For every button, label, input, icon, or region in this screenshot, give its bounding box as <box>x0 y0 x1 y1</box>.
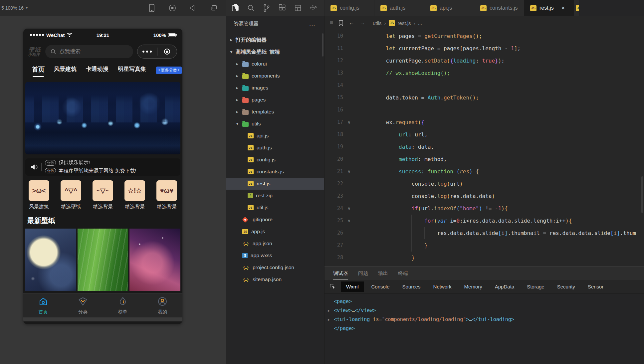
editor-tab-rest.js[interactable]: JSrest.js× <box>524 0 574 16</box>
more-menu-button[interactable] <box>137 51 157 53</box>
close-miniprogram-button[interactable] <box>157 49 177 55</box>
tree-item-config.js[interactable]: JSconfig.js <box>226 154 324 166</box>
tree-item-utils[interactable]: ▾utils <box>226 118 324 130</box>
close-tab-icon[interactable]: × <box>561 5 565 12</box>
wxml-node[interactable]: </page> <box>326 324 643 333</box>
editor-tab-partial[interactable]: JS <box>574 0 579 16</box>
nav-tab-卡通动漫[interactable]: 卡通动漫 <box>86 65 108 76</box>
banner-carousel-image[interactable] <box>25 82 180 154</box>
breadcrumb-more[interactable]: ... <box>418 20 422 26</box>
tree-item-app.wxss[interactable]: Ǝapp.wxss <box>226 250 324 262</box>
wallpaper-thumbnail-moon[interactable] <box>25 229 76 291</box>
breadcrumb-folder[interactable]: utils <box>373 20 382 26</box>
phone-tab-榜单[interactable]: 榜单 <box>117 296 128 315</box>
tree-item-pages[interactable]: ▸pages <box>226 94 324 106</box>
tree-item-auth.js[interactable]: JSauth.js <box>226 142 324 154</box>
wxml-node[interactable]: ▶<view>…</view> <box>326 306 643 315</box>
tree-item-images[interactable]: ▸images <box>226 82 324 94</box>
devtools-tab-console[interactable]: Console <box>366 281 395 292</box>
expand-arrow-icon[interactable]: ▶ <box>328 315 330 324</box>
layout-icon[interactable] <box>294 4 302 12</box>
debugger-tab-终端[interactable]: 终端 <box>398 267 408 279</box>
tree-item-templates[interactable]: ▸templates <box>226 106 324 118</box>
search-input[interactable]: 点我搜索 <box>45 45 133 58</box>
wallpaper-thumbnail-aurora[interactable] <box>129 229 180 291</box>
wxml-node[interactable]: <page> <box>326 297 643 306</box>
line-number: 20 <box>324 153 343 165</box>
tree-item-components[interactable]: ▸components <box>226 70 324 82</box>
fold-chevron-icon[interactable]: ∨ <box>343 202 355 215</box>
debugger-tab-输出[interactable]: 输出 <box>378 267 388 279</box>
expand-arrow-icon[interactable]: ▶ <box>328 306 330 315</box>
devtools-tab-appdata[interactable]: AppData <box>490 281 519 292</box>
debugger-tab-问题[interactable]: 问题 <box>358 267 368 279</box>
phone-tab-分类[interactable]: 分类 <box>78 296 88 315</box>
tree-item-colorui[interactable]: ▸colorui <box>226 58 324 70</box>
back-icon[interactable]: ← <box>349 20 354 26</box>
tree-item-打开的编辑器[interactable]: ▸打开的编辑器 <box>226 34 324 46</box>
debugger-tab-调试器[interactable]: 调试器 <box>333 267 348 279</box>
category-精选背景[interactable]: ☆!☆精选背景 <box>124 180 145 210</box>
category-风景建筑[interactable]: >ω<风景建筑 <box>29 180 49 210</box>
explorer-more-button[interactable]: ... <box>309 21 316 27</box>
tree-item-util.js[interactable]: JSutil.js <box>226 202 324 214</box>
tree-item-rest.zip[interactable]: ⋮rest.zip <box>226 190 324 202</box>
files-icon[interactable] <box>232 4 239 12</box>
tree-item-.gitignore[interactable]: .gitignore <box>226 214 324 226</box>
tree-item-project.config.json[interactable]: {..}project.config.json <box>226 262 324 273</box>
inspect-element-icon[interactable] <box>328 282 338 291</box>
breadcrumb-file[interactable]: rest.js <box>398 20 411 26</box>
file-label: util.js <box>257 205 268 211</box>
devtools-tab-sensor[interactable]: Sensor <box>583 281 609 292</box>
more-categories-badge[interactable]: • 更多分类 • <box>156 67 182 74</box>
source-control-icon[interactable] <box>263 4 270 12</box>
editor-tab-auth.js[interactable]: JSauth.js <box>374 0 424 16</box>
windows-icon[interactable] <box>210 4 217 12</box>
tree-item-sitemap.json[interactable]: {..}sitemap.json <box>226 273 324 285</box>
simulator-zoom-control[interactable]: 5 100% 16 ▼ <box>1 5 28 11</box>
nav-tab-明星写真集[interactable]: 明星写真集 <box>118 65 146 76</box>
fold-chevron-icon[interactable]: ∨ <box>343 264 355 266</box>
fold-chevron-icon[interactable]: ∨ <box>343 116 355 128</box>
tree-item-constants.js[interactable]: JSconstants.js <box>226 166 324 178</box>
search-icon[interactable] <box>247 4 255 12</box>
wxml-node[interactable]: ▶<tui-loading is="components/loading/loa… <box>326 315 643 324</box>
forward-icon[interactable]: → <box>360 20 365 26</box>
speaker-icon[interactable] <box>189 4 197 12</box>
bookmark-icon[interactable] <box>338 20 343 26</box>
nav-tab-风景建筑[interactable]: 风景建筑 <box>54 65 77 76</box>
devtools-tab-network[interactable]: Network <box>428 281 457 292</box>
devtools-tab-wxml[interactable]: Wxml <box>341 281 364 292</box>
wallpaper-thumbnail-grass[interactable] <box>78 229 128 291</box>
tree-item-app.js[interactable]: JSapp.js <box>226 226 324 238</box>
fold-chevron-icon[interactable]: ∨ <box>343 165 355 178</box>
phone-icon[interactable] <box>148 4 155 12</box>
phone-tab-我的[interactable]: 我的 <box>157 296 168 315</box>
category-精选壁纸[interactable]: ^▽^精选壁纸 <box>61 180 81 210</box>
devtools-tab-sources[interactable]: Sources <box>397 281 426 292</box>
code-editor[interactable]: 10 let pages = getCurrentPages();11 let … <box>324 30 644 266</box>
editor-tab-constants.js[interactable]: JSconstants.js <box>474 0 524 16</box>
nav-tab-首页[interactable]: 首页 <box>32 65 45 77</box>
phone-tab-首页[interactable]: 首页 <box>38 296 49 315</box>
fold-chevron-icon[interactable]: ∨ <box>343 215 355 227</box>
js-file-icon: JS <box>530 5 537 11</box>
tree-item-api.js[interactable]: JSapi.js <box>226 130 324 142</box>
tree-item-高端黑金壁纸_前端[interactable]: ▾高端黑金壁纸_前端 <box>226 46 324 58</box>
record-icon[interactable] <box>169 4 176 12</box>
tree-item-app.json[interactable]: {..}app.json <box>226 238 324 250</box>
explorer-scrollbar[interactable] <box>322 33 323 57</box>
editor-tab-api.js[interactable]: JSapi.js <box>424 0 474 16</box>
editor-tab-config.js[interactable]: JSconfig.js <box>324 0 374 16</box>
tab-label: auth.js <box>390 5 405 11</box>
docker-icon[interactable] <box>310 4 317 12</box>
editor-scrollbar[interactable] <box>641 176 643 213</box>
tree-item-rest.js[interactable]: JSrest.js <box>226 178 324 190</box>
outline-icon[interactable]: ≡ <box>330 20 333 26</box>
devtools-tab-security[interactable]: Security <box>552 281 580 292</box>
devtools-tab-storage[interactable]: Storage <box>522 281 549 292</box>
category-精选背景[interactable]: ~▽~精选背景 <box>93 180 113 210</box>
devtools-tab-memory[interactable]: Memory <box>459 281 487 292</box>
extensions-icon[interactable] <box>279 4 286 12</box>
category-精选背景[interactable]: ♥ω♥精选背景 <box>156 180 177 210</box>
